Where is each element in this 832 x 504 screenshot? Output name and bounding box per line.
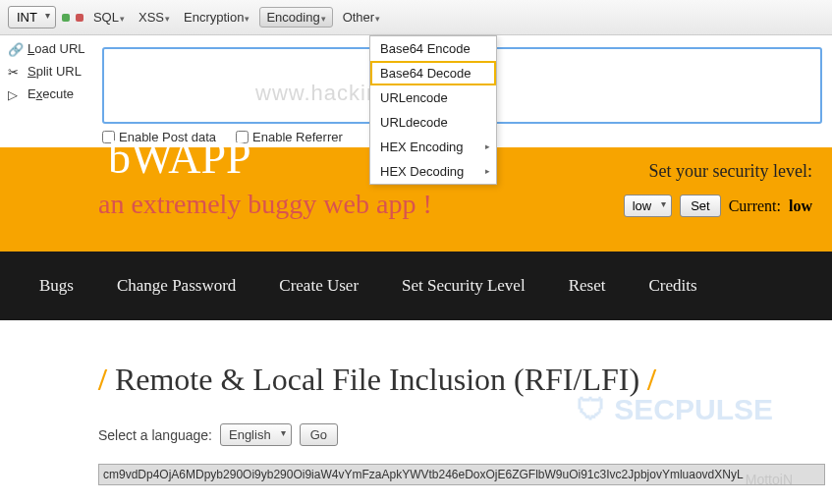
submenu-arrow-icon: ▸ [485, 141, 490, 151]
nav-reset[interactable]: Reset [569, 276, 606, 296]
menu-base64-encode[interactable]: Base64 Encode [370, 36, 496, 61]
toolbar-sql[interactable]: SQL▾ [89, 8, 129, 27]
enable-referrer-checkbox[interactable]: Enable Referrer [236, 130, 343, 144]
page-title-text: Remote & Local File Inclusion (RFI/LFI) [115, 362, 639, 397]
menu-base64-decode[interactable]: Base64 Decode [370, 61, 496, 85]
security-level-row: low Set Current: low [624, 195, 812, 217]
main-content: / Remote & Local File Inclusion (RFI/LFI… [0, 320, 832, 504]
execute-label: Execute [28, 86, 74, 101]
encoding-dropdown: Base64 Encode Base64 Decode URLencode UR… [369, 35, 497, 185]
chevron-down-icon: ▾ [120, 14, 125, 24]
slash-decor: / [647, 362, 656, 397]
current-label: Current: [729, 197, 781, 215]
int-select-label: INT [17, 10, 37, 25]
main-nav: Bugs Change Password Create User Set Sec… [0, 252, 832, 320]
split-url-action[interactable]: ✂ Split URL [8, 64, 85, 79]
security-level-select[interactable]: low [624, 195, 673, 217]
app-title: bWAPP [108, 136, 251, 181]
load-url-label: Load URL [28, 41, 85, 56]
chevron-down-icon: ▾ [165, 14, 170, 24]
split-url-label: Split URL [28, 64, 82, 79]
set-button[interactable]: Set [680, 195, 721, 217]
toolbar-xss[interactable]: XSS▾ [135, 8, 174, 27]
int-select[interactable]: INT [8, 6, 56, 28]
side-actions: 🔗 Load URL ✂ Split URL ▷ Execute [8, 41, 85, 101]
go-button[interactable]: Go [300, 423, 338, 446]
toolbar-other[interactable]: Other▾ [339, 8, 385, 27]
toolbar-encoding[interactable]: Encoding▾ [259, 7, 332, 28]
menu-urldecode[interactable]: URLdecode [370, 110, 496, 135]
scissors-icon: ✂ [8, 65, 22, 79]
menu-hex-encoding[interactable]: HEX Encoding▸ [370, 135, 496, 159]
menu-urlencode[interactable]: URLencode [370, 85, 496, 110]
chevron-down-icon: ▾ [245, 14, 250, 24]
encoded-output[interactable]: cm9vdDp4OjA6MDpyb290Oi9yb290Oi9iaW4vYmFz… [98, 464, 825, 485]
nav-bugs[interactable]: Bugs [39, 276, 74, 296]
slash-decor: / [98, 362, 107, 397]
nav-set-security-level[interactable]: Set Security Level [402, 276, 526, 296]
page-title: / Remote & Local File Inclusion (RFI/LFI… [98, 362, 783, 398]
submenu-arrow-icon: ▸ [485, 166, 490, 176]
link-icon: 🔗 [8, 42, 22, 56]
security-level-label: Set your security level: [649, 161, 812, 182]
load-url-action[interactable]: 🔗 Load URL [8, 41, 85, 56]
chevron-down-icon: ▾ [375, 14, 380, 24]
status-dot-red [76, 14, 83, 22]
menu-hex-decoding[interactable]: HEX Decoding▸ [370, 159, 496, 184]
toolbar-encryption[interactable]: Encryption▾ [180, 8, 253, 27]
execute-action[interactable]: ▷ Execute [8, 86, 85, 101]
status-dot-green [62, 14, 70, 22]
chevron-down-icon: ▾ [321, 14, 326, 24]
hackbar-toolbar: INT SQL▾ XSS▾ Encryption▾ Encoding▾ Othe… [0, 0, 832, 35]
nav-create-user[interactable]: Create User [279, 276, 359, 296]
language-select[interactable]: English [220, 423, 292, 446]
nav-credits[interactable]: Credits [648, 276, 696, 296]
language-row: Select a language: English Go [98, 423, 783, 446]
current-value: low [789, 197, 812, 215]
play-icon: ▷ [8, 87, 22, 101]
language-label: Select a language: [98, 427, 212, 443]
nav-change-password[interactable]: Change Password [117, 276, 236, 296]
